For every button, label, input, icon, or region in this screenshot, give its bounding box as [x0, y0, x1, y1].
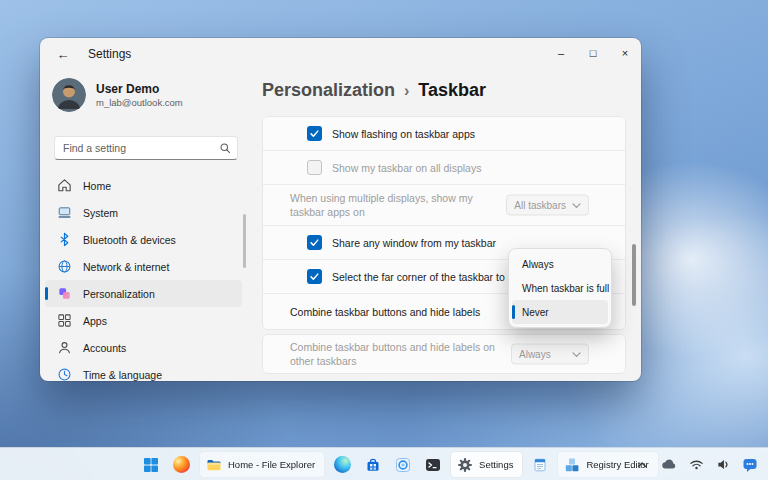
registry-editor-icon [564, 457, 580, 473]
store-button[interactable] [360, 451, 386, 478]
chevron-up-icon [636, 459, 648, 471]
bluetooth-icon [57, 232, 72, 247]
photos-icon [395, 457, 411, 473]
tray-network[interactable] [686, 453, 706, 477]
setting-label: Show my taskbar on all displays [332, 162, 481, 174]
clock-icon [57, 367, 72, 381]
tray-volume[interactable] [713, 453, 733, 477]
dropdown-always[interactable]: Always [511, 344, 589, 365]
search-input[interactable] [55, 142, 213, 154]
sidebar-item-label: Bluetooth & devices [83, 234, 176, 246]
sidebar-item-personalization[interactable]: Personalization [45, 280, 242, 307]
setting-label: Share any window from my taskbar [332, 237, 496, 249]
taskbar-button-label: Home - File Explorer [228, 459, 315, 470]
file-explorer-button[interactable]: Home - File Explorer [199, 451, 325, 478]
sidebar-item-label: Network & internet [83, 261, 169, 273]
dropdown-value: All taskbars [514, 200, 566, 211]
setting-label: Select the far corner of the taskbar to … [332, 271, 532, 283]
setting-row-multiple-displays[interactable]: When using multiple displays, show my ta… [263, 185, 625, 226]
edge-button[interactable] [329, 451, 356, 478]
wifi-icon [689, 457, 704, 472]
breadcrumb-parent[interactable]: Personalization [262, 80, 395, 101]
minimize-button[interactable]: – [545, 38, 577, 68]
close-button[interactable]: × [609, 38, 641, 68]
search-box [54, 136, 238, 160]
taskbar-button-label: Settings [479, 459, 513, 470]
sidebar-scrollbar[interactable] [243, 214, 246, 268]
system-tray [632, 451, 760, 478]
checkbox-checked[interactable] [307, 269, 322, 284]
sidebar-item-network[interactable]: Network & internet [45, 253, 242, 280]
taskbar: Home - File Explorer Settings Registry E… [0, 447, 768, 480]
content-scrollbar[interactable] [632, 244, 636, 306]
start-button[interactable] [138, 451, 164, 478]
chevron-down-icon [572, 202, 581, 208]
system-icon [57, 205, 72, 220]
back-button[interactable]: ← [50, 42, 76, 66]
user-identity: User Demo m_lab@outlook.com [96, 82, 183, 108]
menu-item-label: Always [522, 259, 554, 270]
menu-item-always[interactable]: Always [512, 252, 608, 276]
cloud-icon [661, 457, 677, 473]
settings-card-secondary: Combine taskbar buttons and hide labels … [262, 334, 626, 374]
sidebar-item-system[interactable]: System [45, 199, 242, 226]
personalization-icon [57, 286, 72, 301]
sidebar-item-label: Personalization [83, 288, 155, 300]
sidebar-item-accounts[interactable]: Accounts [45, 334, 242, 361]
setting-row-flashing[interactable]: Show flashing on taskbar apps [263, 117, 625, 151]
tray-onedrive[interactable] [659, 453, 679, 477]
menu-item-never[interactable]: Never [512, 300, 608, 324]
user-email: m_lab@outlook.com [96, 97, 183, 108]
chevron-down-icon [572, 351, 581, 357]
window-titlebar[interactable]: ← Settings – □ × [40, 38, 641, 70]
setting-row-all-displays[interactable]: Show my taskbar on all displays [263, 151, 625, 185]
checkbox-checked[interactable] [307, 126, 322, 141]
globe-icon [57, 259, 72, 274]
checkbox-unchecked[interactable] [307, 160, 322, 175]
breadcrumb-separator: › [404, 82, 409, 100]
sidebar-item-label: Time & language [83, 369, 162, 381]
firefox-button[interactable] [168, 451, 195, 478]
notepad-button[interactable] [527, 451, 553, 478]
sidebar-nav: Home System Bluetooth & devices Network … [45, 172, 242, 381]
photos-button[interactable] [390, 451, 416, 478]
user-account[interactable]: User Demo m_lab@outlook.com [52, 78, 183, 112]
home-icon [57, 178, 72, 193]
gear-icon [457, 457, 473, 473]
user-name: User Demo [96, 82, 183, 97]
setting-row-combine-other[interactable]: Combine taskbar buttons and hide labels … [263, 335, 625, 373]
sidebar-item-home[interactable]: Home [45, 172, 242, 199]
store-icon [365, 457, 381, 473]
tray-chevron-up[interactable] [632, 453, 652, 477]
setting-label: Show flashing on taskbar apps [332, 128, 475, 140]
page-title: Taskbar [418, 80, 486, 101]
terminal-button[interactable] [420, 451, 446, 478]
tray-chat[interactable] [740, 453, 760, 477]
firefox-icon [173, 456, 190, 473]
person-icon [57, 340, 72, 355]
sidebar-item-bluetooth[interactable]: Bluetooth & devices [45, 226, 242, 253]
apps-grid-icon [57, 313, 72, 328]
sidebar-item-label: Apps [83, 315, 107, 327]
terminal-icon [425, 457, 441, 473]
file-explorer-icon [206, 457, 222, 473]
dropdown-all-taskbars[interactable]: All taskbars [506, 195, 589, 216]
speaker-icon [716, 457, 731, 472]
sidebar-item-label: System [83, 207, 118, 219]
notepad-icon [532, 457, 548, 473]
avatar-image [52, 78, 86, 112]
settings-sidebar: User Demo m_lab@outlook.com Home System … [40, 70, 248, 381]
menu-item-label: When taskbar is full [522, 283, 609, 294]
avatar [52, 78, 86, 112]
settings-button[interactable]: Settings [450, 451, 523, 478]
sidebar-item-time-language[interactable]: Time & language [45, 361, 242, 381]
checkbox-checked[interactable] [307, 235, 322, 250]
setting-label: Combine taskbar buttons and hide labels … [290, 340, 502, 368]
menu-item-when-full[interactable]: When taskbar is full [512, 276, 608, 300]
search-icon[interactable] [213, 142, 237, 155]
maximize-button[interactable]: □ [577, 38, 609, 68]
breadcrumb: Personalization › Taskbar [262, 80, 486, 101]
sidebar-item-apps[interactable]: Apps [45, 307, 242, 334]
window-title: Settings [88, 47, 131, 61]
window-controls: – □ × [545, 38, 641, 70]
